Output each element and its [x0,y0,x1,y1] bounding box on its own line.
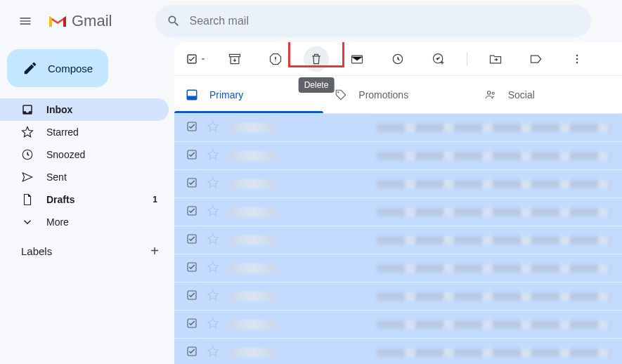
gmail-logo-text: Gmail [72,12,112,30]
email-list [174,114,622,364]
add-label-button[interactable]: + [150,243,159,259]
sender-redacted [228,292,277,301]
tab-promotions[interactable]: Promotions [323,76,472,113]
svg-point-7 [576,61,578,63]
archive-button[interactable] [222,46,247,72]
sidebar-item-snoozed[interactable]: Snoozed [0,143,169,166]
add-task-button[interactable] [426,46,451,72]
trash-icon [309,52,323,66]
delete-button[interactable]: Delete [304,46,329,72]
label-icon [529,52,543,66]
drafts-count: 1 [153,195,157,204]
email-row[interactable] [174,226,622,254]
row-star[interactable] [207,233,219,248]
row-star[interactable] [207,148,219,164]
email-row[interactable] [174,282,622,311]
send-icon [21,171,34,183]
move-to-button[interactable] [483,46,508,72]
sidebar-item-label: More [46,216,69,228]
select-all-checkbox[interactable] [186,53,207,65]
spam-icon [268,52,283,66]
row-star[interactable] [207,176,219,192]
tab-label: Promotions [358,89,408,100]
inbox-tab-icon [186,89,198,101]
tab-social[interactable]: Social [473,76,622,113]
row-checkbox[interactable] [186,317,198,332]
sender-redacted [228,264,277,273]
sidebar-item-label: Starred [46,126,79,138]
more-button[interactable] [564,46,590,72]
row-checkbox[interactable] [186,233,198,248]
sidebar-item-starred[interactable]: Starred [0,121,169,143]
compose-button[interactable]: Compose [7,49,108,87]
subject-redacted [377,292,611,301]
dropdown-arrow-icon [200,56,207,63]
labels-title: Labels [21,245,52,257]
email-row[interactable] [174,254,622,282]
row-star[interactable] [207,261,219,276]
chevron-down-icon [21,216,34,228]
row-star[interactable] [207,317,219,332]
row-checkbox[interactable] [186,345,198,360]
archive-icon [228,52,242,66]
search-bar[interactable] [155,5,591,37]
email-row[interactable] [174,170,622,198]
svg-rect-9 [187,96,197,99]
checkbox-checked-icon [186,53,198,65]
sidebar-item-sent[interactable]: Sent [0,166,169,188]
mark-unread-button[interactable] [344,46,370,72]
folder-move-icon [488,52,503,66]
snooze-button[interactable] [385,46,410,72]
sidebar-item-more[interactable]: More [0,211,169,233]
mail-unread-icon [350,52,364,66]
delete-tooltip: Delete [299,77,335,93]
sender-redacted [228,179,277,189]
subject-redacted [377,349,611,357]
hamburger-icon [18,14,32,28]
sender-redacted [228,207,277,217]
email-row[interactable] [174,311,622,339]
tab-label: Social [508,89,535,100]
sidebar-item-drafts[interactable]: Drafts 1 [0,188,169,211]
row-checkbox[interactable] [186,204,198,220]
gmail-logo[interactable]: Gmail [48,12,112,30]
row-checkbox[interactable] [186,176,198,192]
sidebar-item-label: Sent [46,171,67,183]
email-row[interactable] [174,198,622,226]
toolbar: Delete [174,42,622,76]
row-checkbox[interactable] [186,120,198,136]
sender-redacted [228,151,277,161]
subject-redacted [377,264,611,273]
subject-redacted [377,208,611,216]
report-spam-button[interactable] [263,46,288,72]
subject-redacted [377,152,611,160]
search-input[interactable] [189,15,580,27]
content-area: Delete [174,42,622,364]
category-tabs: Primary Promotions Social [174,76,622,114]
clock-icon [391,52,405,66]
main-menu-button[interactable] [11,7,39,35]
row-checkbox[interactable] [186,148,198,164]
tag-icon [335,89,347,101]
svg-point-10 [337,91,339,93]
row-star[interactable] [207,345,219,360]
email-row[interactable] [174,339,622,364]
row-star[interactable] [207,204,219,220]
email-row[interactable] [174,114,622,142]
row-star[interactable] [207,289,219,304]
star-icon [21,126,34,138]
subject-redacted [377,320,611,329]
pencil-icon [22,60,38,76]
search-icon [167,14,181,28]
header: Gmail [0,0,622,42]
row-star[interactable] [207,120,219,136]
email-row[interactable] [174,142,622,170]
row-checkbox[interactable] [186,289,198,304]
sidebar-item-inbox[interactable]: Inbox [0,98,169,121]
gmail-logo-icon [48,13,67,29]
row-checkbox[interactable] [186,261,198,276]
svg-point-11 [487,91,491,94]
task-add-icon [432,52,446,66]
labels-button[interactable] [524,46,549,72]
sender-redacted [228,123,277,133]
